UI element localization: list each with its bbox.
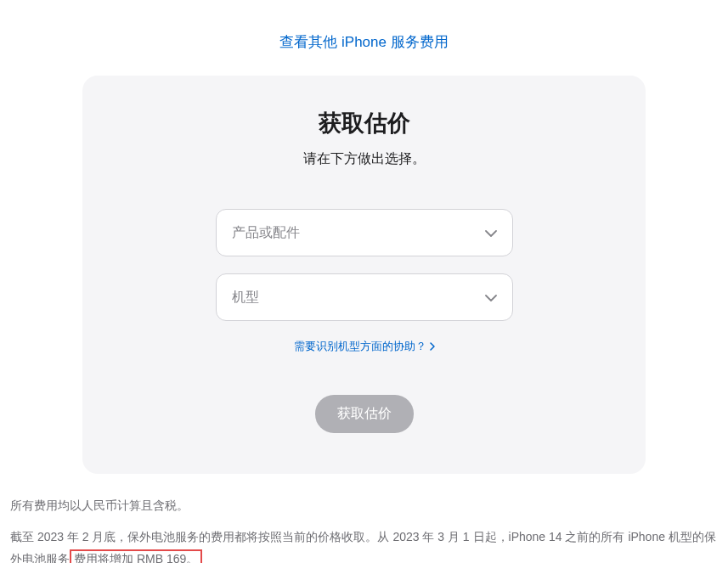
estimate-card: 获取估价 请在下方做出选择。 产品或配件 机型 需要识别机型方面的协助？ 获取估… [82,76,646,474]
help-link-container: 需要识别机型方面的协助？ [123,338,605,354]
identify-model-help-link[interactable]: 需要识别机型方面的协助？ [294,339,435,354]
chevron-down-icon [485,290,497,305]
product-select-wrap: 产品或配件 [216,209,513,256]
chevron-right-icon [430,341,435,353]
card-subtitle: 请在下方做出选择。 [123,150,605,168]
get-estimate-button[interactable]: 获取估价 [315,395,414,433]
model-select-wrap: 机型 [216,273,513,321]
footer-line-1: 所有费用均以人民币计算且含税。 [10,494,718,517]
product-select-placeholder: 产品或配件 [232,224,300,242]
product-select[interactable]: 产品或配件 [216,209,513,256]
price-increase-highlight: 费用将增加 RMB 169。 [70,549,202,563]
top-link-container: 查看其他 iPhone 服务费用 [0,0,728,76]
model-select[interactable]: 机型 [216,273,513,321]
model-select-placeholder: 机型 [232,289,259,307]
footer-line-2: 截至 2023 年 2 月底，保外电池服务的费用都将按照当前的价格收取。从 20… [10,526,718,563]
chevron-down-icon [485,225,497,240]
footer-notes: 所有费用均以人民币计算且含税。 截至 2023 年 2 月底，保外电池服务的费用… [0,474,728,563]
card-title: 获取估价 [123,108,605,138]
other-service-fees-link[interactable]: 查看其他 iPhone 服务费用 [279,34,448,50]
help-link-label: 需要识别机型方面的协助？ [294,339,426,354]
